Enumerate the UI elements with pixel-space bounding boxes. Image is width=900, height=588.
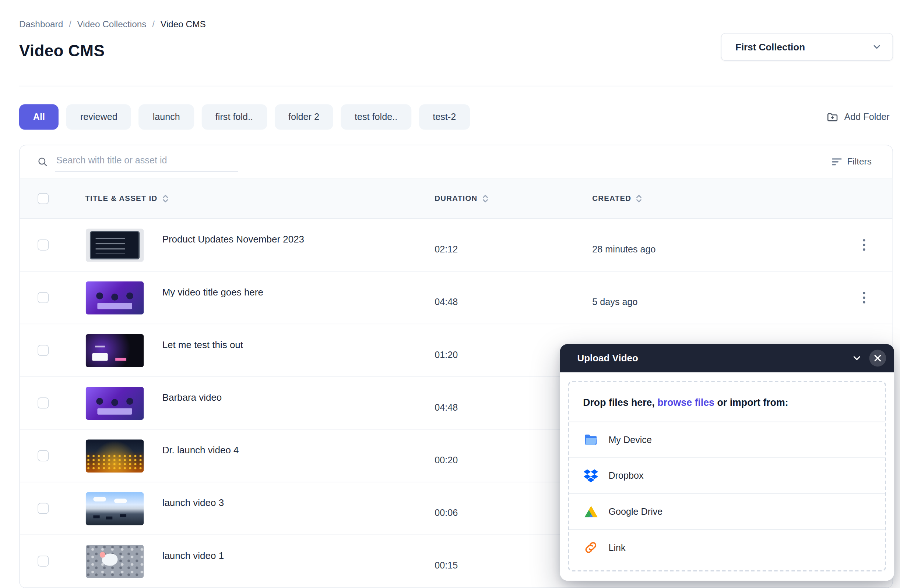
folder-tab-reviewed[interactable]: reviewed — [66, 104, 131, 130]
video-title[interactable]: Let me test this out — [162, 339, 243, 350]
upload-panel-header: Upload Video — [560, 344, 894, 372]
video-thumbnail[interactable] — [86, 492, 144, 525]
row-menu-button[interactable] — [859, 234, 869, 255]
sort-icon — [162, 193, 168, 203]
close-panel-button[interactable] — [869, 350, 886, 367]
video-duration: 04:48 — [434, 297, 458, 307]
row-checkbox[interactable] — [37, 345, 49, 356]
chevron-down-icon — [851, 353, 863, 364]
select-all-checkbox[interactable] — [37, 193, 49, 204]
chevron-down-icon — [872, 42, 882, 52]
video-thumbnail[interactable] — [86, 387, 144, 420]
video-created: 28 minutes ago — [592, 244, 655, 255]
upload-panel-body: Drop files here, browse files or import … — [560, 372, 894, 580]
sort-icon — [636, 193, 642, 203]
row-menu-button[interactable] — [859, 287, 869, 308]
video-title[interactable]: Product Updates November 2023 — [162, 234, 304, 245]
import-source-google-drive[interactable]: Google Drive — [569, 494, 885, 529]
breadcrumb-current: Video CMS — [161, 19, 206, 29]
filter-lines-icon — [832, 157, 842, 166]
video-thumbnail[interactable] — [86, 545, 144, 578]
filters-button[interactable]: Filters — [828, 156, 875, 167]
upload-panel-title: Upload Video — [577, 353, 638, 364]
drop-instructions: Drop files here, browse files or import … — [569, 382, 885, 422]
device-folder-icon — [583, 432, 598, 447]
close-icon — [874, 354, 881, 362]
folder-tab-test-folder[interactable]: test folde.. — [341, 104, 411, 130]
sort-icon — [482, 193, 488, 203]
video-title[interactable]: My video title goes here — [162, 287, 263, 298]
column-header-label: CREATED — [592, 194, 631, 203]
breadcrumb-separator: / — [69, 19, 71, 29]
column-header-label: TITLE & ASSET ID — [85, 194, 157, 203]
video-duration: 04:48 — [434, 402, 458, 413]
folder-tab-first-folder[interactable]: first fold.. — [202, 104, 267, 130]
browse-files-link[interactable]: browse files — [657, 398, 714, 409]
search-input[interactable] — [55, 152, 238, 172]
row-checkbox[interactable] — [37, 450, 49, 461]
page-title: Video CMS — [19, 42, 105, 60]
video-duration: 00:20 — [434, 455, 458, 466]
video-title[interactable]: launch video 3 — [162, 497, 224, 509]
import-source-dropbox[interactable]: Dropbox — [569, 457, 885, 494]
video-duration: 00:15 — [434, 560, 458, 571]
table-row: My video title goes here 04:48 5 days ag… — [20, 272, 893, 324]
breadcrumb-dashboard[interactable]: Dashboard — [19, 19, 63, 29]
folder-tab-folder-2[interactable]: folder 2 — [274, 104, 333, 130]
filters-label: Filters — [847, 156, 871, 167]
video-thumbnail[interactable] — [86, 334, 144, 367]
import-source-label: Dropbox — [608, 470, 643, 481]
import-source-label: Link — [608, 542, 625, 553]
row-checkbox[interactable] — [37, 556, 49, 567]
file-dropzone[interactable]: Drop files here, browse files or import … — [568, 381, 886, 571]
row-checkbox[interactable] — [37, 503, 49, 514]
drop-text-suffix: or import from: — [717, 398, 788, 409]
table-header: TITLE & ASSET ID DURATION CREATED — [20, 178, 893, 219]
column-header-label: DURATION — [434, 194, 477, 203]
import-source-my-device[interactable]: My Device — [569, 422, 885, 458]
search-row: Filters — [20, 145, 893, 178]
page: Dashboard / Video Collections / Video CM… — [0, 0, 900, 588]
search-icon — [37, 156, 48, 167]
folder-tab-test-2[interactable]: test-2 — [419, 104, 470, 130]
import-source-label: My Device — [608, 435, 652, 445]
column-header-title-asset-id[interactable]: TITLE & ASSET ID — [85, 178, 168, 218]
link-icon — [583, 540, 598, 555]
row-checkbox[interactable] — [37, 292, 49, 303]
column-header-duration[interactable]: DURATION — [434, 178, 488, 218]
video-thumbnail[interactable] — [86, 439, 144, 472]
upload-panel-controls — [851, 350, 886, 367]
folder-tab-all[interactable]: All — [19, 104, 59, 130]
dropbox-icon — [583, 468, 598, 483]
import-source-link[interactable]: Link — [569, 529, 885, 565]
video-thumbnail[interactable] — [86, 229, 144, 262]
drop-text-prefix: Drop files here, — [583, 398, 655, 409]
collapse-panel-button[interactable] — [851, 353, 863, 364]
video-duration: 01:20 — [434, 350, 458, 360]
row-checkbox[interactable] — [37, 240, 49, 251]
folder-tabs: All reviewed launch first fold.. folder … — [19, 104, 893, 130]
collection-dropdown-value: First Collection — [736, 42, 805, 53]
breadcrumb-separator: / — [152, 19, 155, 29]
row-checkbox[interactable] — [37, 398, 49, 409]
upload-video-panel: Upload Video Drop files here, bro — [560, 344, 894, 581]
breadcrumb: Dashboard / Video Collections / Video CM… — [19, 19, 206, 29]
video-thumbnail[interactable] — [86, 282, 144, 315]
folder-tab-launch[interactable]: launch — [139, 104, 194, 130]
add-folder-button[interactable]: Add Folder — [822, 110, 893, 124]
import-source-label: Google Drive — [608, 506, 663, 517]
column-header-created[interactable]: CREATED — [592, 178, 642, 218]
video-title[interactable]: Barbara video — [162, 392, 222, 403]
video-created: 5 days ago — [592, 297, 638, 307]
video-title[interactable]: Dr. launch video 4 — [162, 445, 239, 456]
add-folder-label: Add Folder — [844, 112, 889, 122]
breadcrumb-video-collections[interactable]: Video Collections — [78, 19, 147, 29]
header-divider — [19, 86, 893, 87]
folder-plus-icon — [826, 111, 838, 123]
google-drive-icon — [583, 504, 598, 519]
video-title[interactable]: launch video 1 — [162, 550, 224, 561]
collection-dropdown[interactable]: First Collection — [721, 33, 893, 61]
video-duration: 00:06 — [434, 508, 458, 518]
table-row: Product Updates November 2023 02:12 28 m… — [20, 219, 893, 272]
video-duration: 02:12 — [434, 244, 458, 255]
